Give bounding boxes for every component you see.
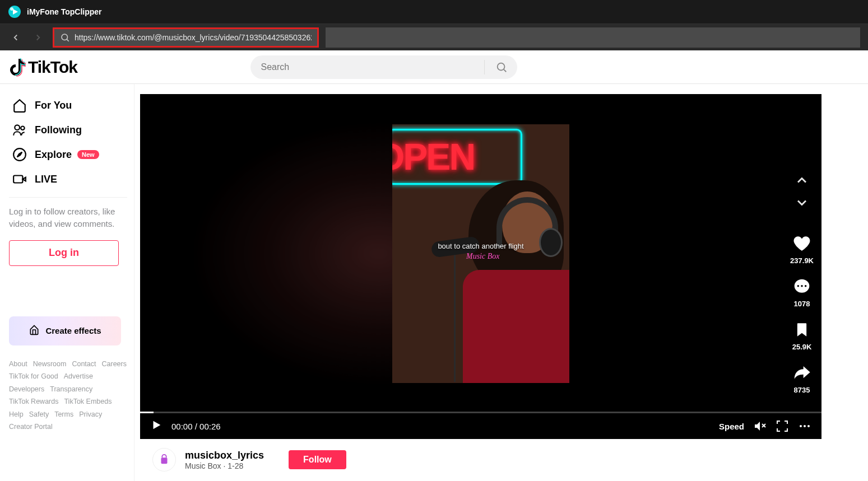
tiktok-search-input[interactable]: [261, 62, 482, 72]
tiktok-header: TikTok: [0, 50, 868, 84]
sidebar-item-live[interactable]: LIVE: [9, 167, 129, 192]
progress-bar[interactable]: [140, 412, 821, 413]
svg-point-15: [801, 285, 802, 287]
sidebar-label: Explore: [35, 149, 72, 161]
save-count: 25.9K: [792, 343, 812, 351]
sidebar: For You Following Explore New LIVE Log i…: [0, 84, 134, 481]
author-display-name: Music Box: [185, 461, 221, 470]
search-icon: [60, 32, 70, 43]
footer-link[interactable]: Contact: [72, 360, 96, 368]
live-icon: [12, 172, 27, 186]
nav-back-button[interactable]: [8, 30, 24, 45]
footer-link[interactable]: TikTok for Good: [9, 372, 58, 380]
svg-rect-23: [161, 457, 168, 464]
author-row: musicbox_lyrics Music Box · 1-28 Follow: [140, 439, 868, 471]
sidebar-label: Following: [35, 124, 82, 136]
sidebar-item-for-you[interactable]: For You: [9, 93, 129, 118]
prev-video-button[interactable]: [794, 172, 810, 188]
video-subtitle: bout to catch another flight: [392, 242, 569, 250]
tiktok-search-button[interactable]: [490, 56, 513, 78]
footer-link[interactable]: Transparency: [50, 385, 92, 393]
footer-link[interactable]: Safety: [29, 410, 49, 418]
footer-link[interactable]: Careers: [102, 360, 127, 368]
tiktok-logo[interactable]: TikTok: [9, 58, 77, 77]
compass-icon: [12, 147, 27, 162]
sidebar-label: LIVE: [35, 174, 57, 185]
footer-link[interactable]: Privacy: [79, 410, 102, 418]
share-button[interactable]: 8735: [792, 363, 811, 394]
footer-link[interactable]: Advertise: [64, 372, 93, 380]
svg-point-3: [62, 34, 68, 40]
svg-point-20: [800, 425, 802, 427]
url-bar-row: [0, 24, 868, 50]
footer-link[interactable]: About: [9, 360, 27, 368]
bookmark-icon: [792, 320, 811, 339]
effects-icon: [29, 324, 40, 337]
create-effects-label: Create effects: [45, 326, 101, 335]
author-subtitle: Music Box · 1-28: [185, 461, 264, 470]
app-title: iMyFone TopClipper: [27, 7, 102, 16]
share-icon: [792, 363, 811, 382]
video-player[interactable]: OPEN bout to catch another flight Music …: [140, 94, 821, 413]
heart-icon: [792, 234, 811, 253]
app-logo-icon: [8, 5, 21, 18]
video-controls: 00:00 / 00:26 Speed: [140, 413, 821, 439]
author-avatar[interactable]: [152, 448, 176, 471]
footer-link[interactable]: Help: [9, 410, 24, 418]
sidebar-item-following[interactable]: Following: [9, 118, 129, 142]
like-button[interactable]: 237.9K: [790, 234, 814, 265]
svg-point-16: [805, 285, 806, 287]
speed-button[interactable]: Speed: [719, 422, 744, 431]
footer-link[interactable]: TikTok Rewards: [9, 398, 58, 405]
share-count: 8735: [794, 386, 810, 394]
footer-link[interactable]: Developers: [9, 385, 44, 393]
sidebar-item-explore[interactable]: Explore New: [9, 142, 129, 167]
author-username[interactable]: musicbox_lyrics: [185, 450, 264, 461]
svg-point-5: [498, 63, 505, 70]
svg-line-6: [504, 69, 507, 72]
svg-point-21: [804, 425, 806, 427]
footer-link[interactable]: Terms: [54, 410, 73, 418]
comment-button[interactable]: 1078: [792, 277, 811, 308]
svg-line-4: [67, 39, 68, 41]
people-icon: [12, 123, 27, 137]
new-badge: New: [77, 150, 99, 159]
author-post-date: 1-28: [228, 461, 243, 470]
more-button[interactable]: [798, 419, 811, 433]
create-effects-button[interactable]: Create effects: [9, 316, 121, 345]
footer-link[interactable]: Newsroom: [33, 360, 67, 368]
save-button[interactable]: 25.9K: [792, 320, 812, 351]
svg-point-22: [807, 425, 810, 427]
url-input[interactable]: [75, 33, 312, 42]
video-watermark: Music Box: [466, 252, 499, 261]
time-total: 00:26: [199, 422, 221, 431]
url-bar-extension[interactable]: [326, 27, 860, 48]
tiktok-search-wrap: [250, 55, 517, 79]
svg-point-8: [21, 127, 24, 130]
login-button[interactable]: Log in: [9, 240, 119, 266]
comment-count: 1078: [794, 300, 810, 308]
fullscreen-button[interactable]: [776, 419, 789, 433]
mute-button[interactable]: [753, 419, 767, 433]
svg-marker-10: [17, 152, 22, 157]
app-titlebar: iMyFone TopClipper: [0, 0, 868, 24]
footer-link[interactable]: TikTok Embeds: [64, 398, 112, 405]
follow-button[interactable]: Follow: [289, 450, 346, 469]
next-video-button[interactable]: [794, 195, 810, 211]
play-button[interactable]: [150, 419, 163, 433]
login-prompt-text: Log in to follow creators, like videos, …: [9, 206, 129, 230]
svg-marker-17: [154, 421, 161, 429]
time-current: 00:00: [171, 422, 193, 431]
footer-links: AboutNewsroomContactCareers TikTok for G…: [9, 358, 129, 433]
footer-link[interactable]: Creator Portal: [9, 423, 53, 431]
url-input-highlight: [53, 27, 319, 48]
video-area: OPEN bout to catch another flight Music …: [134, 84, 868, 481]
comment-icon: [792, 277, 811, 296]
sidebar-label: For You: [35, 100, 72, 111]
tiktok-logo-text: TikTok: [28, 58, 77, 77]
svg-point-14: [797, 285, 799, 287]
video-subject: [452, 169, 569, 382]
nav-forward-button[interactable]: [30, 30, 46, 45]
time-display: 00:00 / 00:26: [171, 422, 221, 431]
search-separator: [484, 60, 485, 74]
